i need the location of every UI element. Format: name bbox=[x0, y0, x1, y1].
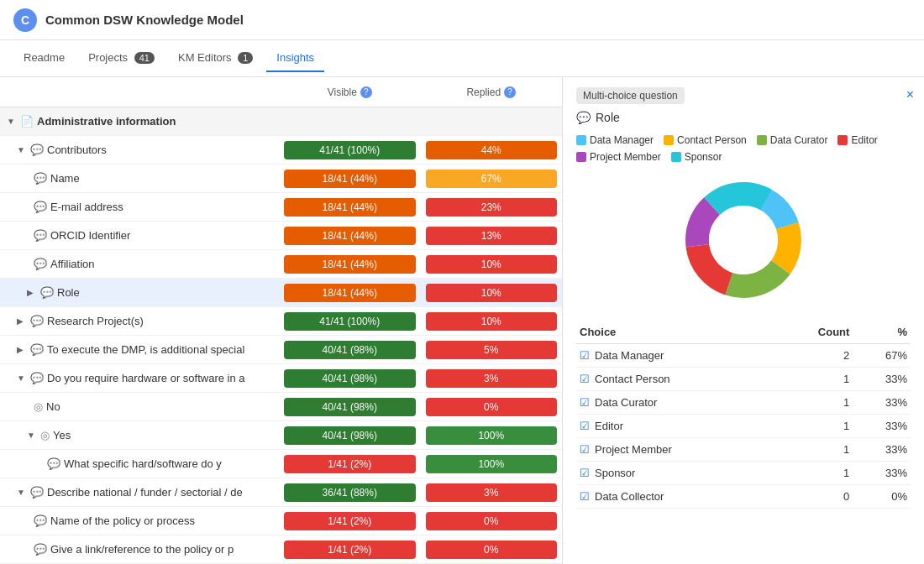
choice-row-project-member: ☑Project Member 1 33% bbox=[576, 438, 911, 462]
choice-percent: 33% bbox=[853, 462, 911, 485]
legend-color-sponsor bbox=[671, 152, 681, 162]
choice-row-data-manager: ☑Data Manager 2 67% bbox=[576, 344, 911, 368]
row-no: ◎ No 40/41 (98%) 0% bbox=[0, 393, 562, 421]
radio-icon-no: ◎ bbox=[34, 400, 43, 413]
legend-item-project-member: Project Member bbox=[576, 151, 661, 163]
section-administrative: ▼ 📄 Administrative information bbox=[0, 107, 562, 136]
toggle-role[interactable]: ▶ bbox=[27, 288, 40, 297]
choice-label: ☑Data Collector bbox=[576, 485, 775, 509]
col-header-visible: Visible ? bbox=[279, 86, 421, 98]
row-yes: ▼ ◎ Yes 40/41 (98%) 100% bbox=[0, 421, 562, 450]
toggle-national[interactable]: ▼ bbox=[17, 488, 30, 497]
doc-icon: 📄 bbox=[20, 115, 34, 128]
legend-item-data-manager: Data Manager bbox=[576, 134, 654, 146]
choice-row-sponsor: ☑Sponsor 1 33% bbox=[576, 462, 911, 485]
tree: ▼ 📄 Administrative information ▼ 💬 Contr… bbox=[0, 107, 562, 564]
panel-close-button[interactable]: × bbox=[906, 87, 914, 102]
legend-item-data-curator: Data Curator bbox=[757, 134, 828, 146]
check-icon: ☑ bbox=[580, 420, 590, 432]
choice-label: ☑Data Curator bbox=[576, 391, 775, 415]
check-icon: ☑ bbox=[580, 490, 590, 503]
chat-icon-email: 💬 bbox=[34, 201, 47, 213]
row-orcid: 💬 ORCID Identifier 18/41 (44%) 13% bbox=[0, 222, 562, 250]
choice-count: 0 bbox=[775, 485, 853, 509]
choice-row-data-collector: ☑Data Collector 0 0% bbox=[576, 485, 911, 509]
right-panel: Multi-choice question × 💬 Role Data Mana… bbox=[563, 77, 924, 564]
choice-percent: 33% bbox=[853, 438, 911, 462]
choice-label: ☑Data Manager bbox=[576, 344, 775, 368]
choice-row-contact-person: ☑Contact Person 1 33% bbox=[576, 368, 911, 391]
radio-icon-yes: ◎ bbox=[40, 429, 50, 441]
col-header-replied: Replied ? bbox=[421, 86, 563, 98]
toggle-execute[interactable]: ▶ bbox=[17, 345, 30, 354]
chat-icon-national: 💬 bbox=[30, 486, 44, 499]
chat-icon-execute: 💬 bbox=[30, 343, 44, 356]
chat-icon-name: 💬 bbox=[34, 172, 47, 185]
choice-percent: 67% bbox=[853, 344, 911, 368]
chat-icon-role: 💬 bbox=[40, 286, 54, 299]
legend-item-editor: Editor bbox=[837, 134, 877, 146]
legend-color-editor bbox=[837, 135, 848, 145]
choice-label: ☑Project Member bbox=[576, 438, 775, 462]
km-editors-badge: 1 bbox=[238, 52, 253, 64]
panel-tag: Multi-choice question bbox=[576, 87, 685, 104]
panel-subtitle: 💬 Role bbox=[576, 111, 911, 124]
donut-chart bbox=[576, 173, 911, 307]
legend-color-data-manager bbox=[576, 135, 586, 145]
row-national: ▼ 💬 Describe national / funder / sectori… bbox=[0, 478, 562, 507]
count-col-header: Count bbox=[775, 321, 853, 344]
check-icon: ☑ bbox=[580, 373, 590, 385]
percent-col-header: % bbox=[853, 321, 911, 344]
choice-label: ☑Contact Person bbox=[576, 368, 775, 391]
check-icon: ☑ bbox=[580, 467, 590, 479]
section-toggle-admin[interactable]: ▼ bbox=[7, 117, 20, 126]
row-policy-link: 💬 Give a link/reference to the policy or… bbox=[0, 535, 562, 564]
toggle-yes[interactable]: ▼ bbox=[27, 431, 40, 440]
check-icon: ☑ bbox=[580, 396, 590, 409]
choice-row-data-curator: ☑Data Curator 1 33% bbox=[576, 391, 911, 415]
choice-percent: 33% bbox=[853, 391, 911, 415]
row-role[interactable]: ▶ 💬 Role 18/41 (44%) 10% bbox=[0, 279, 562, 307]
chat-icon-policy-link: 💬 bbox=[34, 543, 47, 556]
header: C Common DSW Knowledge Model bbox=[0, 0, 924, 40]
toggle-hardware[interactable]: ▼ bbox=[17, 373, 30, 383]
choice-percent: 33% bbox=[853, 415, 911, 438]
chat-icon: 💬 bbox=[30, 144, 44, 156]
choice-col-header: Choice bbox=[576, 321, 775, 344]
chart-legend: Data Manager Contact Person Data Curator… bbox=[576, 134, 911, 163]
header-title: Common DSW Knowledge Model bbox=[45, 13, 244, 27]
tab-insights[interactable]: Insights bbox=[266, 44, 324, 72]
legend-color-project-member bbox=[576, 152, 586, 162]
check-icon: ☑ bbox=[580, 443, 590, 456]
header-logo: C bbox=[13, 8, 37, 32]
choice-table: Choice Count % ☑Data Manager 2 67% ☑Cont… bbox=[576, 321, 911, 509]
row-affiliation: 💬 Affiliation 18/41 (44%) 10% bbox=[0, 250, 562, 279]
row-name: 💬 Name 18/41 (44%) 67% bbox=[0, 164, 562, 193]
row-execute-dmp: ▶ 💬 To execute the DMP, is additional sp… bbox=[0, 336, 562, 364]
tab-projects[interactable]: Projects 41 bbox=[78, 44, 165, 72]
replied-help-icon[interactable]: ? bbox=[504, 86, 516, 98]
tab-km-editors[interactable]: KM Editors 1 bbox=[168, 44, 263, 72]
choice-percent: 33% bbox=[853, 368, 911, 391]
choice-count: 1 bbox=[775, 438, 853, 462]
check-icon: ☑ bbox=[580, 349, 590, 362]
visible-help-icon[interactable]: ? bbox=[360, 86, 372, 98]
row-email: 💬 E-mail address 18/41 (44%) 23% bbox=[0, 193, 562, 222]
chat-icon-affiliation: 💬 bbox=[34, 258, 47, 270]
choice-count: 1 bbox=[775, 368, 853, 391]
chat-icon-hardware: 💬 bbox=[30, 372, 44, 384]
tab-readme[interactable]: Readme bbox=[13, 44, 75, 72]
legend-item-sponsor: Sponsor bbox=[671, 151, 722, 163]
chat-icon-research: 💬 bbox=[30, 315, 44, 327]
legend-color-contact-person bbox=[664, 135, 674, 145]
toggle-research[interactable]: ▶ bbox=[17, 316, 30, 326]
toggle-contributors[interactable]: ▼ bbox=[17, 145, 30, 154]
row-hardware: ▼ 💬 Do you require hardware or software … bbox=[0, 364, 562, 393]
projects-badge: 41 bbox=[134, 52, 155, 64]
choice-count: 1 bbox=[775, 391, 853, 415]
choice-count: 2 bbox=[775, 344, 853, 368]
chat-icon-panel: 💬 bbox=[576, 111, 591, 124]
row-research-project: ▶ 💬 Research Project(s) 41/41 (100%) 10% bbox=[0, 307, 562, 336]
choice-count: 1 bbox=[775, 415, 853, 438]
choice-label: ☑Editor bbox=[576, 415, 775, 438]
